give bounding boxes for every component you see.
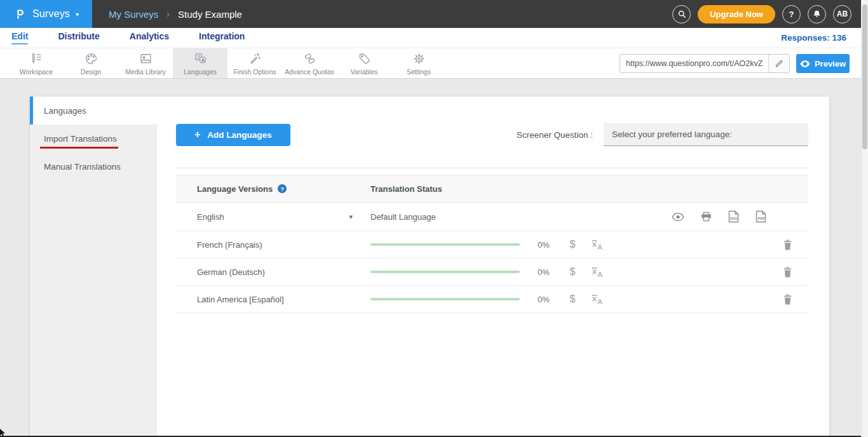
breadcrumb-current: Study Example (178, 9, 242, 20)
languages-sidebar: Languages Import Translations Manual Tra… (30, 97, 157, 437)
search-button[interactable] (672, 5, 691, 24)
sidebar-item-languages[interactable]: Languages (30, 97, 157, 124)
finish-options-icon (248, 51, 262, 66)
translation-progress-bar (370, 271, 520, 273)
translate-icon[interactable]: A (591, 239, 604, 250)
question-mark-icon: ? (789, 10, 794, 19)
responses-count[interactable]: Responses: 136 (781, 33, 846, 43)
default-language-select[interactable]: English ▾ (176, 212, 370, 222)
sidebar-item-label: Manual Translations (44, 162, 121, 171)
default-language-status: Default Language (370, 212, 436, 222)
translate-icon[interactable]: A (591, 294, 604, 305)
header-language-versions: Language Versions ? (176, 184, 370, 194)
help-button[interactable]: ? (782, 5, 801, 24)
table-row-latin-america: Latin America [Español] 0% $ A (176, 286, 808, 313)
upgrade-now-button[interactable]: Upgrade Now (698, 5, 775, 24)
toolbar-item-finish-options[interactable]: Finish Options (227, 48, 282, 78)
toolbar-item-variables[interactable]: Variables (337, 48, 391, 78)
notifications-button[interactable] (808, 5, 826, 24)
table-row-default-language: English ▾ Default Language (176, 203, 808, 231)
language-name: French (Français) (197, 240, 262, 250)
svg-text:A: A (598, 297, 603, 305)
chevron-down-icon[interactable]: ▾ (349, 213, 353, 221)
language-name-cell: Latin America [Español] (176, 295, 370, 304)
product-switcher[interactable]: Surveys ▾ (0, 0, 92, 28)
toolbar-item-label: Media Library (125, 68, 166, 76)
languages-panel: Languages Import Translations Manual Tra… (30, 97, 829, 437)
view-survey-icon[interactable] (672, 213, 684, 221)
toolbar-item-label: Finish Options (233, 68, 276, 76)
translate-icon[interactable]: A (591, 267, 604, 278)
languages-icon: A (193, 51, 208, 66)
toolbar-item-workspace[interactable]: Workspace (9, 48, 64, 78)
section-nav: Edit Distribute Analytics Integration Re… (0, 28, 868, 48)
tab-distribute[interactable]: Distribute (58, 31, 99, 44)
tab-analytics[interactable]: Analytics (130, 31, 169, 44)
survey-url-input[interactable] (620, 59, 768, 68)
language-name-cell: French (Français) (176, 240, 370, 250)
header-translation-status-label: Translation Status (370, 184, 442, 194)
table-row-german: German (Deutsch) 0% $ A (176, 259, 808, 286)
paid-translation-icon[interactable]: $ (566, 266, 580, 278)
edit-toolbar: Workspace Design Media Library (0, 48, 868, 79)
toolbar-item-advance-quotas[interactable]: Advance Quotas (282, 48, 337, 78)
bell-icon (812, 10, 822, 19)
divider (176, 168, 808, 168)
delete-language-icon[interactable] (783, 239, 792, 250)
eye-icon (800, 60, 810, 67)
toolbar-item-settings[interactable]: Settings (391, 48, 446, 78)
vertical-scrollbar[interactable] (861, 0, 868, 437)
breadcrumb: My Surveys › Study Example (109, 9, 242, 20)
toolbar-item-label: Settings (407, 68, 431, 76)
help-icon[interactable]: ? (278, 184, 287, 193)
doc-icon-label: DOC (730, 217, 739, 220)
language-name: Latin America [Español] (197, 295, 284, 304)
tab-edit[interactable]: Edit (11, 31, 28, 44)
translation-progress-label: 0% (538, 267, 557, 277)
language-versions-table: Language Versions ? Translation Status E… (176, 175, 808, 313)
media-library-icon (139, 51, 153, 66)
tab-integration[interactable]: Integration (199, 31, 245, 44)
delete-language-icon[interactable] (783, 267, 792, 278)
screener-question-select[interactable]: Select your preferred language: (604, 123, 808, 146)
export-pdf-icon[interactable]: PDF (756, 210, 766, 223)
toolbar-item-media-library[interactable]: Media Library (118, 48, 173, 78)
breadcrumb-separator-icon: › (166, 9, 170, 19)
topbar-actions: Upgrade Now ? AB (672, 5, 851, 24)
toolbar-item-label: Languages (184, 68, 217, 76)
search-icon (677, 9, 687, 19)
pencil-icon (775, 59, 783, 68)
default-language-status-cell: Default Language (370, 210, 808, 223)
toolbar-item-languages[interactable]: A Languages (173, 48, 227, 78)
languages-content: + Add Languages Screener Question : Sele… (157, 97, 829, 437)
workspace-icon (29, 51, 44, 66)
table-row-french: French (Français) 0% $ A (176, 231, 808, 259)
screener-question-label: Screener Question : (517, 130, 593, 140)
add-languages-button[interactable]: + Add Languages (176, 124, 290, 146)
variables-icon (357, 51, 372, 66)
screener-question-group: Screener Question : Select your preferre… (517, 123, 808, 146)
language-name: German (Deutsch) (197, 267, 265, 277)
export-doc-icon[interactable]: DOC (728, 210, 739, 223)
language-name-cell: German (Deutsch) (176, 267, 370, 277)
toolbar-item-design[interactable]: Design (64, 48, 118, 78)
paid-translation-icon[interactable]: $ (566, 239, 580, 250)
translation-progress-bar (370, 243, 520, 246)
scrollbar-thumb[interactable] (862, 4, 867, 149)
translation-progress-label: 0% (538, 240, 557, 250)
svg-text:A: A (598, 270, 603, 278)
breadcrumb-my-surveys[interactable]: My Surveys (109, 9, 158, 20)
delete-language-icon[interactable] (783, 294, 792, 305)
paid-translation-icon[interactable]: $ (566, 293, 580, 305)
table-header-row: Language Versions ? Translation Status (176, 175, 808, 203)
survey-url-field (620, 54, 790, 73)
questionpro-logo-icon (13, 6, 27, 22)
avatar[interactable]: AB (833, 5, 851, 24)
sidebar-item-manual-translations[interactable]: Manual Translations (30, 152, 157, 180)
print-icon[interactable] (701, 212, 712, 222)
avatar-initials: AB (837, 10, 848, 18)
edit-url-button[interactable] (768, 55, 789, 72)
product-name: Surveys (32, 8, 70, 20)
preview-button[interactable]: Preview (796, 54, 850, 73)
sidebar-item-import-translations[interactable]: Import Translations (30, 124, 157, 152)
